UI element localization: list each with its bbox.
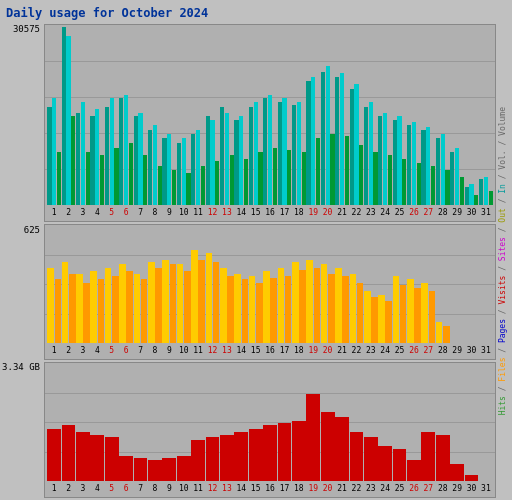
mid-x-label-day-5: 5 <box>105 347 119 355</box>
visits-bar <box>321 264 328 343</box>
bot-x-label-day-24: 24 <box>378 485 392 493</box>
sites-bar <box>357 283 364 343</box>
x-label-day-26: 26 <box>407 209 421 217</box>
bot-x-label-day-9: 9 <box>162 485 176 493</box>
sites-bar <box>256 283 263 343</box>
bot-chart: 1234567891011121314151617181920212223242… <box>44 362 496 498</box>
mid-x-label-day-12: 12 <box>205 347 219 355</box>
files-bar <box>455 148 459 205</box>
bar-group-day-17 <box>277 27 291 205</box>
visits-bar <box>90 271 97 343</box>
mid-x-label-day-6: 6 <box>119 347 133 355</box>
volume-bar <box>407 460 421 481</box>
bot-x-label-day-26: 26 <box>407 485 421 493</box>
visits-bar <box>306 260 313 343</box>
volume-bar <box>220 435 234 481</box>
mid-bar-group-day-16 <box>263 227 277 343</box>
mid-bar-group-day-25 <box>392 227 406 343</box>
bot-x-label-day-17: 17 <box>277 485 291 493</box>
bar-group-day-16 <box>263 27 277 205</box>
bar-group-day-9 <box>162 27 176 205</box>
bot-x-label-day-14: 14 <box>234 485 248 493</box>
x-label-day-18: 18 <box>292 209 306 217</box>
bar-group-day-1 <box>47 27 61 205</box>
bar-group-day-29 <box>450 27 464 205</box>
bot-x-label-day-29: 29 <box>450 485 464 493</box>
mid-bar-group-day-10 <box>177 227 191 343</box>
volume-bar <box>134 458 148 481</box>
mid-x-label-day-11: 11 <box>191 347 205 355</box>
sites-bar <box>342 276 349 343</box>
volume-bar <box>234 432 248 481</box>
visits-bar <box>148 262 155 343</box>
mid-x-label-day-22: 22 <box>349 347 363 355</box>
visits-bar <box>278 268 285 343</box>
mid-bar-group-day-21 <box>335 227 349 343</box>
sites-bar <box>242 279 249 343</box>
mid-bar-group-day-22 <box>349 227 363 343</box>
volume-bar <box>249 429 263 481</box>
x-label-day-12: 12 <box>205 209 219 217</box>
volume-bar <box>206 437 220 481</box>
sites-bar <box>213 262 220 343</box>
files-bar <box>153 125 157 205</box>
mid-x-label-day-9: 9 <box>162 347 176 355</box>
bar-group-day-10 <box>177 27 191 205</box>
files-bar <box>52 98 56 205</box>
x-label-day-13: 13 <box>220 209 234 217</box>
mid-y-label: 625 <box>24 225 42 235</box>
visits-bar <box>177 264 184 343</box>
bot-x-label-day-30: 30 <box>464 485 478 493</box>
bar-group-day-6 <box>119 27 133 205</box>
visits-bar <box>206 253 213 343</box>
volume-bar <box>191 440 205 481</box>
files-bar <box>268 95 272 206</box>
sites-bar <box>198 260 205 343</box>
sites-bar <box>83 283 90 343</box>
bot-bar-group-day-19 <box>306 365 320 481</box>
bot-x-label-day-5: 5 <box>105 485 119 493</box>
x-label-day-10: 10 <box>177 209 191 217</box>
sites-bar <box>126 271 133 343</box>
mid-x-label-day-26: 26 <box>407 347 421 355</box>
volume-bar <box>292 421 306 481</box>
mid-x-label-day-15: 15 <box>248 347 262 355</box>
files-bar <box>110 98 114 205</box>
visits-bar <box>263 271 270 343</box>
bot-bar-group-day-18 <box>292 365 306 481</box>
mid-bar-group-day-19 <box>306 227 320 343</box>
mid-bar-group-day-7 <box>133 227 147 343</box>
bot-x-label-day-22: 22 <box>349 485 363 493</box>
hits-bar <box>263 98 267 205</box>
mid-bar-group-day-31 <box>479 227 493 343</box>
bot-bar-group-day-30 <box>464 365 478 481</box>
mid-x-label-day-4: 4 <box>90 347 104 355</box>
x-label-day-7: 7 <box>133 209 147 217</box>
x-label-day-8: 8 <box>148 209 162 217</box>
bot-x-label-day-11: 11 <box>191 485 205 493</box>
volume-bar <box>177 456 191 481</box>
x-label-day-24: 24 <box>378 209 392 217</box>
bar-group-day-28 <box>436 27 450 205</box>
x-label-day-16: 16 <box>263 209 277 217</box>
x-label-day-2: 2 <box>61 209 75 217</box>
bar-group-day-3 <box>76 27 90 205</box>
hits-bar <box>364 107 368 205</box>
bar-group-day-15 <box>248 27 262 205</box>
visits-bar <box>378 295 385 344</box>
hits-bar <box>249 107 253 205</box>
chart-title: Daily usage for October 2024 <box>2 4 510 24</box>
volume-bar <box>306 394 320 481</box>
bot-y-label: 3.34 GB <box>2 362 42 372</box>
mid-bar-group-day-26 <box>407 227 421 343</box>
bot-bar-group-day-7 <box>133 365 147 481</box>
volume-bar <box>378 446 392 481</box>
files-bar <box>138 113 142 206</box>
sites-bar <box>371 297 378 343</box>
mid-bar-group-day-12 <box>205 227 219 343</box>
mid-bar-group-day-30 <box>464 227 478 343</box>
visits-bar <box>220 268 227 343</box>
hits-bar <box>407 125 411 205</box>
volume-bar <box>105 437 119 481</box>
mid-x-label-day-17: 17 <box>277 347 291 355</box>
